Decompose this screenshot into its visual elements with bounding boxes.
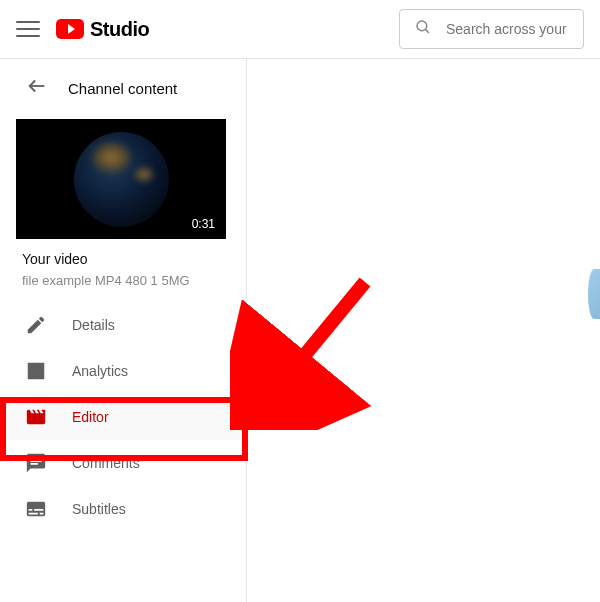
back-row: Channel content: [0, 75, 246, 119]
duration-badge: 0:31: [187, 215, 220, 233]
svg-point-0: [417, 21, 427, 31]
sidebar-item-label: Editor: [72, 409, 109, 425]
partial-offscreen-content: [588, 269, 600, 319]
video-title-label: Your video: [22, 251, 224, 267]
video-meta: Your video file example MP4 480 1 5MG: [0, 251, 246, 302]
sidebar-item-label: Details: [72, 317, 115, 333]
analytics-icon: [24, 360, 48, 382]
sidebar-item-label: Comments: [72, 455, 140, 471]
clapper-icon: [24, 406, 48, 428]
sidebar-item-label: Subtitles: [72, 501, 126, 517]
sidebar-item-analytics[interactable]: Analytics: [0, 348, 246, 394]
sidebar-item-editor[interactable]: Editor: [0, 394, 246, 440]
search-box[interactable]: [399, 9, 584, 49]
youtube-play-icon: [56, 19, 84, 39]
hamburger-menu-icon[interactable]: [16, 17, 40, 41]
svg-line-1: [426, 30, 429, 33]
sidebar-item-subtitles[interactable]: Subtitles: [0, 486, 246, 532]
channel-content-label: Channel content: [68, 80, 177, 97]
comments-icon: [24, 452, 48, 474]
search-container: [399, 9, 584, 49]
header-bar: Studio: [0, 0, 600, 59]
search-input[interactable]: [446, 21, 569, 37]
sidebar-item-comments[interactable]: Comments: [0, 440, 246, 486]
studio-logo[interactable]: Studio: [56, 18, 149, 41]
sidebar-item-label: Analytics: [72, 363, 128, 379]
pencil-icon: [24, 314, 48, 336]
main-content: [247, 59, 600, 602]
back-arrow-icon[interactable]: [26, 75, 48, 101]
logo-text: Studio: [90, 18, 149, 41]
search-icon: [414, 18, 432, 40]
subtitles-icon: [24, 498, 48, 520]
thumbnail-image: [74, 132, 169, 227]
video-thumbnail[interactable]: 0:31: [16, 119, 226, 239]
video-filename: file example MP4 480 1 5MG: [22, 273, 224, 288]
sidebar-item-details[interactable]: Details: [0, 302, 246, 348]
sidebar: Channel content 0:31 Your video file exa…: [0, 59, 247, 602]
